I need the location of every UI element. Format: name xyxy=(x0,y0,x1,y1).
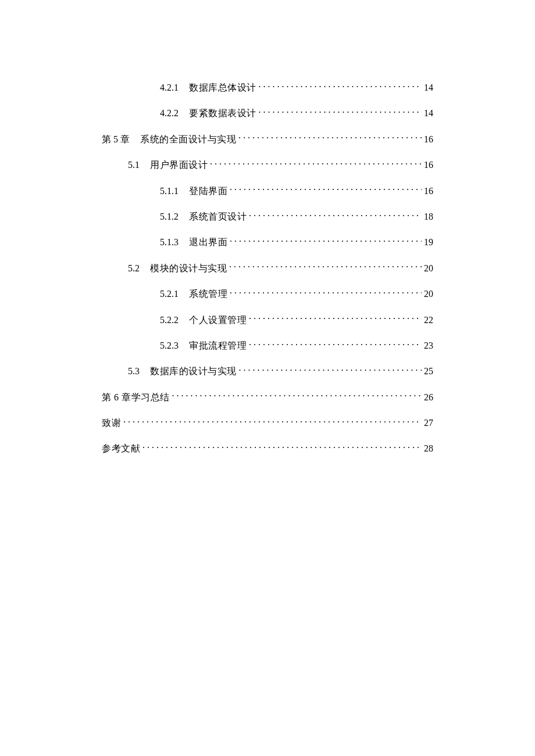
toc-dot-leader xyxy=(142,442,422,452)
toc-entry-page: 20 xyxy=(424,288,433,300)
toc-entry: 5.3 数据库的设计与实现 25 xyxy=(102,365,433,378)
toc-entry-number: 4.2.1 xyxy=(160,81,179,94)
toc-entry: 第 5 章 系统的全面设计与实现 16 xyxy=(102,133,433,146)
toc-entry-title: 退出界面 xyxy=(189,236,227,249)
toc-entry: 5.2.3 审批流程管理 23 xyxy=(102,339,433,352)
toc-entry-title: 模块的设计与实现 xyxy=(150,262,227,275)
toc-entry-number: 5.2.2 xyxy=(160,314,179,327)
toc-entry-title: 数据库总体设计 xyxy=(189,81,256,94)
toc-entry-title: 登陆界面 xyxy=(189,185,227,198)
toc-entry-number: 5.1.1 xyxy=(160,185,179,198)
toc-entry-title: 个人设置管理 xyxy=(189,314,247,327)
toc-entry-number: 第 5 章 xyxy=(102,133,130,146)
toc-entry-page: 19 xyxy=(424,236,433,249)
toc-entry-page: 25 xyxy=(424,365,433,378)
table-of-contents: 4.2.1 数据库总体设计 14 4.2.2 要紧数据表设计 14 第 5 章 … xyxy=(102,81,433,456)
toc-entry-page: 14 xyxy=(424,81,433,94)
toc-entry-page: 22 xyxy=(424,314,433,327)
toc-dot-leader xyxy=(230,185,422,194)
document-page: 4.2.1 数据库总体设计 14 4.2.2 要紧数据表设计 14 第 5 章 … xyxy=(0,0,535,456)
toc-entry-page: 18 xyxy=(424,210,433,223)
toc-dot-leader xyxy=(230,288,422,297)
toc-entry: 第 6 章学习总结 26 xyxy=(102,391,433,404)
toc-entry: 致谢 27 xyxy=(102,417,433,429)
toc-entry-page: 16 xyxy=(424,159,433,171)
toc-entry-page: 14 xyxy=(424,107,433,120)
toc-entry-title: 审批流程管理 xyxy=(189,339,247,352)
toc-entry-title: 系统管理 xyxy=(189,288,227,300)
toc-entry-number: 5.1.2 xyxy=(160,210,179,223)
toc-entry: 5.2.1 系统管理 20 xyxy=(102,288,433,300)
toc-entry-title: 用户界面设计 xyxy=(150,159,208,171)
toc-entry-number: 4.2.2 xyxy=(160,107,179,120)
toc-entry-page: 28 xyxy=(424,442,433,455)
toc-entry: 5.2.2 个人设置管理 22 xyxy=(102,314,433,327)
toc-entry-number: 5.2 xyxy=(128,262,140,275)
toc-entry-page: 20 xyxy=(424,262,433,275)
toc-dot-leader xyxy=(229,262,422,271)
toc-entry-number: 5.2.3 xyxy=(160,339,179,352)
toc-dot-leader xyxy=(230,236,422,245)
toc-entry-page: 26 xyxy=(424,391,433,404)
toc-dot-leader xyxy=(172,391,422,400)
toc-entry-title: 系统的全面设计与实现 xyxy=(140,133,236,146)
toc-entry: 4.2.1 数据库总体设计 14 xyxy=(102,81,433,94)
toc-dot-leader xyxy=(238,133,422,142)
toc-entry-title: 致谢 xyxy=(102,417,121,429)
toc-dot-leader xyxy=(210,159,422,168)
toc-entry-number: 5.3 xyxy=(128,365,140,378)
toc-entry-page: 16 xyxy=(424,133,433,146)
toc-dot-leader xyxy=(249,314,422,323)
toc-entry-title: 参考文献 xyxy=(102,442,140,455)
toc-entry: 4.2.2 要紧数据表设计 14 xyxy=(102,107,433,120)
toc-entry-page: 27 xyxy=(424,417,433,429)
toc-dot-leader xyxy=(123,417,422,426)
toc-entry-title: 要紧数据表设计 xyxy=(189,107,256,120)
toc-entry: 5.2 模块的设计与实现 20 xyxy=(102,262,433,275)
toc-entry-number: 5.1.3 xyxy=(160,236,179,249)
toc-dot-leader xyxy=(249,339,422,349)
toc-entry-title: 第 6 章学习总结 xyxy=(102,391,170,404)
toc-dot-leader xyxy=(259,81,422,91)
toc-entry-title: 系统首页设计 xyxy=(189,210,247,223)
toc-entry: 参考文献 28 xyxy=(102,442,433,455)
toc-dot-leader xyxy=(249,210,422,220)
toc-entry: 5.1 用户界面设计 16 xyxy=(102,159,433,171)
toc-entry-number: 5.1 xyxy=(128,159,140,171)
toc-entry: 5.1.3 退出界面 19 xyxy=(102,236,433,249)
toc-dot-leader xyxy=(239,365,422,374)
toc-entry-page: 16 xyxy=(424,185,433,198)
toc-entry-number: 5.2.1 xyxy=(160,288,179,300)
toc-entry-page: 23 xyxy=(424,339,433,352)
toc-entry: 5.1.2 系统首页设计 18 xyxy=(102,210,433,223)
toc-entry: 5.1.1 登陆界面 16 xyxy=(102,185,433,198)
toc-entry-title: 数据库的设计与实现 xyxy=(150,365,237,378)
toc-dot-leader xyxy=(259,107,422,116)
